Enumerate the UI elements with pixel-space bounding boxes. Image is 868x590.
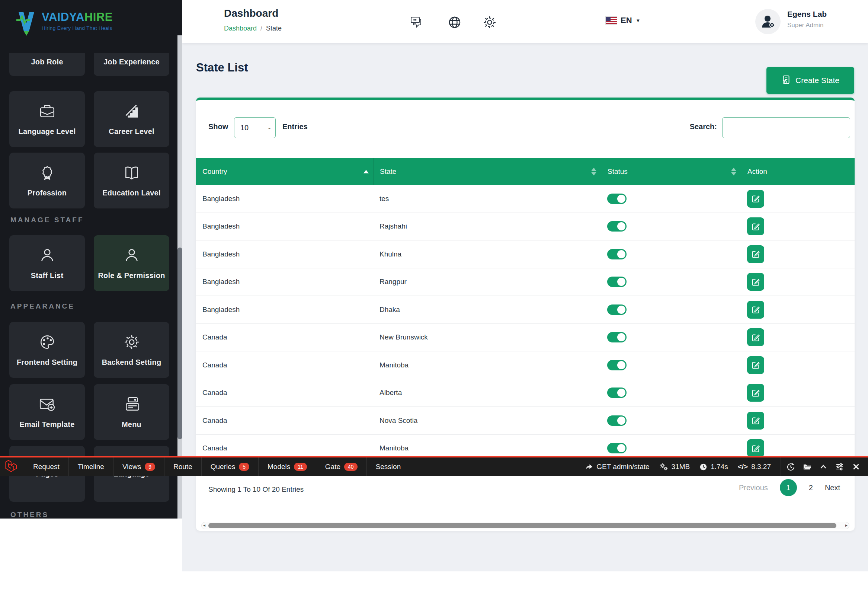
status-toggle[interactable] xyxy=(607,277,627,287)
debugbar-tab-views[interactable]: Views9 xyxy=(113,457,164,476)
cell-country: Bangladesh xyxy=(196,213,373,241)
debugbar-time-stat[interactable]: 1.74s xyxy=(700,457,728,476)
chevron-up-icon[interactable] xyxy=(815,457,831,476)
status-toggle[interactable] xyxy=(607,332,627,343)
cell-country: Canada xyxy=(196,407,373,435)
pagination-next[interactable]: Next xyxy=(825,484,840,492)
code-icon: </> xyxy=(738,463,748,471)
history-icon[interactable] xyxy=(782,457,799,476)
stairs-icon xyxy=(123,103,140,121)
edit-button[interactable] xyxy=(747,301,764,319)
edit-button[interactable] xyxy=(747,273,764,291)
cell-country: Bangladesh xyxy=(196,268,373,296)
scroll-right-arrow-icon[interactable]: ▸ xyxy=(845,523,847,528)
language-selector[interactable]: EN ▼ xyxy=(606,16,640,25)
breadcrumb-dashboard-link[interactable]: Dashboard xyxy=(224,25,257,32)
sliders-icon[interactable] xyxy=(831,457,848,476)
cell-state: Alberta xyxy=(373,379,601,407)
table-row: Bangladesh Khulna xyxy=(196,241,855,268)
debugbar-tab-session[interactable]: Session xyxy=(366,457,410,476)
column-header-state[interactable]: State xyxy=(373,158,601,185)
sidebar-item-backend-setting[interactable]: Backend Setting xyxy=(94,322,169,378)
close-icon[interactable] xyxy=(848,457,864,476)
debugbar-tab-queries[interactable]: Queries5 xyxy=(201,457,258,476)
status-toggle[interactable] xyxy=(607,416,627,426)
sidebar-item-menu[interactable]: Menu xyxy=(94,384,169,440)
edit-button[interactable] xyxy=(747,190,764,208)
column-header-action: Action xyxy=(741,158,855,185)
gate-count-badge: 40 xyxy=(344,463,357,471)
award-icon xyxy=(39,164,56,183)
sidebar-item-education-level[interactable]: Education Lavel xyxy=(94,152,169,208)
sidebar-scrollbar-track[interactable] xyxy=(177,35,182,519)
status-toggle[interactable] xyxy=(607,194,627,204)
gear-icon[interactable] xyxy=(482,15,497,30)
edit-button[interactable] xyxy=(747,439,764,457)
cell-country: Canada xyxy=(196,324,373,351)
page-heading: State List xyxy=(196,61,248,74)
table-row: Bangladesh Dhaka xyxy=(196,296,855,324)
column-header-country[interactable]: Country xyxy=(196,158,373,185)
create-state-button[interactable]: Create State xyxy=(766,67,854,94)
status-toggle[interactable] xyxy=(607,305,627,315)
table-row: Canada New Brunswick xyxy=(196,324,855,352)
debugbar-php-version-stat[interactable]: </> 8.3.27 xyxy=(738,457,771,476)
status-toggle[interactable] xyxy=(607,443,627,453)
cell-state: New Brunswick xyxy=(373,324,601,351)
laravel-debugbar: Request Timeline Views9 Route Queries5 M… xyxy=(0,456,868,476)
breadcrumb-separator: / xyxy=(260,25,262,32)
sidebar-item-frontend-setting[interactable]: Frontend Setting xyxy=(9,322,85,378)
edit-button[interactable] xyxy=(747,384,764,402)
views-count-badge: 9 xyxy=(145,463,155,471)
sidebar-item-label: Menu xyxy=(122,420,142,429)
status-toggle[interactable] xyxy=(607,221,627,232)
cell-country: Bangladesh xyxy=(196,296,373,324)
debugbar-tab-route[interactable]: Route xyxy=(164,457,201,476)
cell-state: Manitoba xyxy=(373,351,601,379)
search-label: Search: xyxy=(674,123,717,131)
horizontal-scrollbar-thumb[interactable] xyxy=(208,523,836,528)
brand[interactable]: VAIDYAHIRE Hiring Every Hand That Heals xyxy=(42,11,113,31)
sidebar-scrollbar-thumb[interactable] xyxy=(177,247,182,439)
cell-state: Rajshahi xyxy=(373,213,601,241)
page-size-select[interactable]: 10 xyxy=(235,118,275,138)
palette-icon xyxy=(39,334,56,352)
status-toggle[interactable] xyxy=(607,387,627,398)
edit-button[interactable] xyxy=(747,217,764,235)
edit-button[interactable] xyxy=(747,412,764,430)
edit-button[interactable] xyxy=(747,356,764,374)
pagination-page-1[interactable]: 1 xyxy=(780,479,797,496)
debugbar-tab-timeline[interactable]: Timeline xyxy=(68,457,113,476)
avatar[interactable] xyxy=(755,9,781,34)
pagination-previous[interactable]: Previous xyxy=(739,484,768,492)
debugbar-tab-gate[interactable]: Gate40 xyxy=(316,457,366,476)
sidebar-item-career-level[interactable]: Career Level xyxy=(94,91,169,147)
scroll-left-arrow-icon[interactable]: ◂ xyxy=(203,523,205,528)
language-code: EN xyxy=(621,16,632,25)
debugbar-tab-request[interactable]: Request xyxy=(24,457,68,476)
edit-button[interactable] xyxy=(747,328,764,346)
document-plus-icon xyxy=(781,75,791,86)
sidebar-item-role-permission[interactable]: Role & Permission xyxy=(94,235,169,291)
showing-entries-text: Showing 1 To 10 Of 20 Entries xyxy=(208,485,304,494)
search-input[interactable] xyxy=(722,117,850,138)
debugbar-tab-models[interactable]: Models11 xyxy=(258,457,316,476)
column-header-status[interactable]: Status xyxy=(601,158,741,185)
debugbar-request-stat[interactable]: GET admin/state xyxy=(585,457,649,476)
edit-button[interactable] xyxy=(747,245,764,263)
sidebar-item-language-level[interactable]: Language Level xyxy=(9,91,85,147)
table-row: Canada Manitoba xyxy=(196,351,855,379)
sidebar-item-profession[interactable]: Profession xyxy=(9,152,85,208)
cell-state: Khulna xyxy=(373,241,601,268)
debugbar-memory-stat[interactable]: 31MB xyxy=(659,457,690,476)
horizontal-scrollbar-track[interactable]: ◂ ▸ xyxy=(201,522,849,529)
status-toggle[interactable] xyxy=(607,249,627,259)
globe-icon[interactable] xyxy=(447,15,462,30)
models-count-badge: 11 xyxy=(294,463,307,471)
folder-icon[interactable] xyxy=(799,457,815,476)
sidebar-item-email-template[interactable]: Email Template xyxy=(9,384,85,440)
pagination-page-2[interactable]: 2 xyxy=(809,484,813,492)
status-toggle[interactable] xyxy=(607,360,627,370)
sidebar-item-staff-list[interactable]: Staff List xyxy=(9,235,85,291)
chat-icon[interactable] xyxy=(409,15,424,30)
